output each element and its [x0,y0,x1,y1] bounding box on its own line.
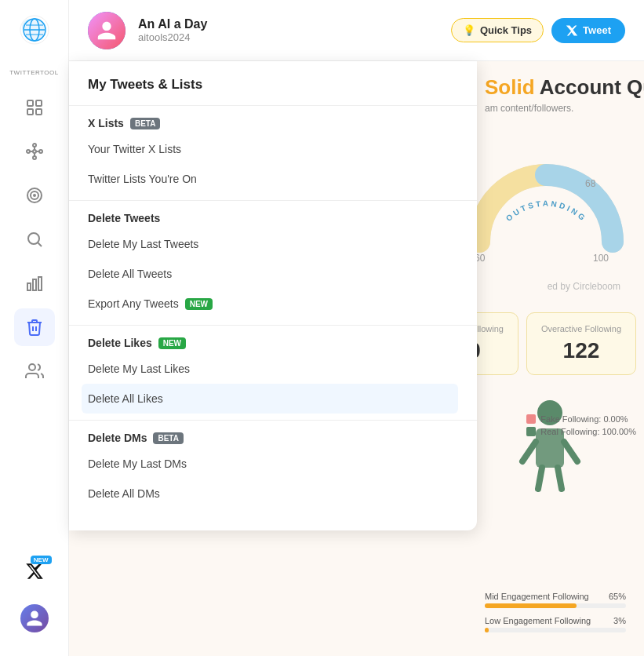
dropdown-divider-1 [69,200,477,201]
dropdown-divider-2 [69,325,477,326]
legend-real-label: Real Following: 100.00% [540,427,636,436]
svg-line-39 [538,468,542,489]
svg-point-14 [27,150,30,153]
quality-title-solid: Solid [485,75,535,99]
header: An AI a Day aitools2024 💡 Quick Tips Twe… [69,0,644,61]
svg-line-38 [564,442,577,461]
delete-tweets-label: Delete Tweets [88,212,160,224]
svg-rect-28 [33,279,36,290]
header-account-handle: aitools2024 [138,31,207,43]
circleboom-credit: ed by Circleboom [548,281,620,292]
export-tweets-label: Export Any Tweets [88,297,179,310]
bar-low-pct: 3% [613,616,626,625]
gauge-svg: 60 100 68 OUTSTANDING [464,140,628,265]
export-tweets-badge: NEW [185,298,213,310]
svg-rect-27 [27,283,31,290]
sidebar-item-delete[interactable] [14,308,55,346]
quality-title-rest: Account Quality [535,75,644,99]
sidebar-item-dashboard[interactable] [14,89,55,126]
dropdown-item-your-lists[interactable]: Your Twitter X Lists [82,134,458,164]
person-illustration [518,399,581,496]
overactive-following-label: Overactive Following [541,324,621,333]
account-quality-title: Solid Account Quality [485,75,628,100]
legend-fake-label: Fake Following: 0.00% [540,414,628,424]
dropdown-item-delete-all-dms[interactable]: Delete All DMs [82,479,458,508]
dropdown-section-xlists: X Lists BETA Your Twitter X Lists Twitte… [69,109,477,194]
sidebar-item-stats[interactable] [14,264,55,302]
quick-tips-button[interactable]: 💡 Quick Tips [451,18,544,42]
svg-line-37 [522,442,536,461]
tweet-button[interactable]: Tweet [551,18,625,43]
sidebar-item-target[interactable] [14,177,55,214]
dropdown-item-delete-all-tweets[interactable]: Delete All Tweets [82,259,458,289]
tips-label: Quick Tips [480,24,532,36]
sidebar: TWITTERTOOL [0,0,69,656]
gauge-area: 60 100 68 OUTSTANDING [464,140,628,268]
dropdown-section-delete-tweets: Delete Tweets Delete My Last Tweets Dele… [69,204,477,319]
header-avatar [88,12,126,49]
bar-mid-track [485,603,626,608]
svg-point-17 [33,156,36,159]
header-actions: 💡 Quick Tips Tweet [451,18,625,43]
quality-subtitle: am content/followers. [485,103,628,114]
bar-mid-pct: 65% [609,592,626,601]
svg-text:OUTSTANDING: OUTSTANDING [504,199,588,224]
logo[interactable] [14,9,55,50]
sidebar-item-users[interactable] [14,352,55,390]
dropdown-item-export-tweets[interactable]: Export Any Tweets NEW [82,289,458,319]
sidebar-item-search[interactable] [14,220,55,258]
delete-tweets-header: Delete Tweets [88,204,458,229]
dropdown-section-delete-likes: Delete Likes NEW Delete My Last Likes De… [69,329,477,414]
dropdown-item-delete-last-likes[interactable]: Delete My Last Likes [82,354,458,384]
xlists-badge: BETA [130,118,160,129]
svg-text:100: 100 [593,253,609,264]
svg-line-40 [558,468,562,489]
sidebar-item-x-post[interactable]: NEW [14,552,55,590]
dropdown-item-delete-last-dms[interactable]: Delete My Last DMs [82,449,458,479]
sidebar-item-network[interactable] [14,133,55,170]
dropdown-divider-top [69,105,477,106]
header-account-info: An AI a Day aitools2024 [138,17,207,43]
svg-line-26 [38,243,42,247]
delete-dms-label: Delete DMs [88,432,147,444]
sidebar-nav [0,89,68,390]
dropdown-menu: My Tweets & Lists X Lists BETA Your Twit… [69,61,477,530]
logo-text: TWITTERTOOL [9,69,59,76]
sidebar-avatar[interactable] [14,600,55,637]
tips-icon: 💡 [463,24,475,36]
svg-rect-11 [27,109,33,115]
bar-mid-label: Mid Engagement Following [485,592,589,601]
svg-rect-9 [27,100,33,106]
svg-rect-12 [36,109,42,115]
svg-point-30 [29,364,35,370]
bar-low-fill [485,628,489,632]
header-account-name: An AI a Day [138,17,207,31]
dropdown-section-delete-dms: Delete DMs BETA Delete My Last DMs Delet… [69,424,477,508]
dropdown-item-delete-all-likes[interactable]: Delete All Likes [82,384,458,414]
svg-rect-29 [38,277,42,290]
svg-point-24 [34,195,35,196]
tweet-label: Tweet [583,24,611,36]
delete-dms-header: Delete DMs BETA [88,424,458,449]
dropdown-item-delete-last-tweets[interactable]: Delete My Last Tweets [82,229,458,259]
overactive-following-card: Overactive Following 122 [526,312,636,375]
legend: Fake Following: 0.00% Real Following: 10… [526,414,636,436]
dropdown-title: My Tweets & Lists [69,61,477,102]
xlists-label: X Lists [88,117,124,129]
bar-low-label: Low Engagement Following [485,616,591,625]
svg-point-13 [33,150,36,153]
svg-rect-10 [36,100,42,106]
main-content: An AI a Day aitools2024 💡 Quick Tips Twe… [69,0,644,656]
svg-point-15 [39,150,42,153]
delete-likes-header: Delete Likes NEW [88,329,458,354]
delete-likes-label: Delete Likes [88,337,152,349]
xlists-header: X Lists BETA [88,109,458,134]
svg-text:68: 68 [585,178,596,189]
x-post-new-badge: NEW [31,556,52,564]
dropdown-item-lists-on[interactable]: Twitter Lists You're On [82,164,458,194]
bars-area: Mid Engagement Following 65% Low Engagem… [485,592,626,632]
delete-likes-badge: NEW [158,337,186,349]
svg-point-25 [28,233,39,244]
bar-low-track [485,628,626,632]
sidebar-bottom: NEW [14,552,55,647]
